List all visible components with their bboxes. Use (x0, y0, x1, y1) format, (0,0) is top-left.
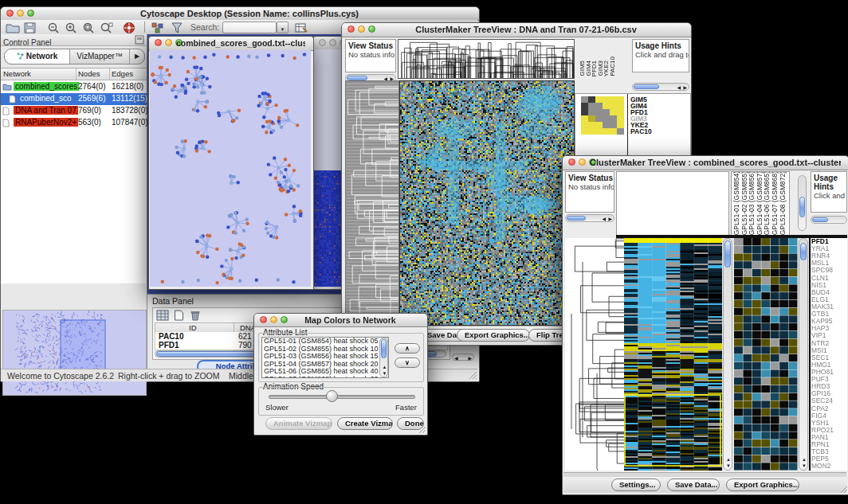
corner-hscrollbar[interactable]: ◀▶ (452, 354, 474, 361)
zoom-selected-icon[interactable] (82, 21, 96, 34)
labels-vscrollbar[interactable] (798, 175, 807, 231)
close-icon[interactable] (260, 316, 267, 323)
scroll-up-icon[interactable]: ▲ (383, 365, 387, 369)
new-attribute-icon[interactable] (174, 310, 184, 321)
row-dendrogram-canvas[interactable] (345, 80, 399, 326)
dialog-titlebar[interactable]: Map Colors to Network (254, 314, 427, 327)
minimize-icon[interactable] (165, 39, 172, 46)
close-icon[interactable] (155, 39, 162, 46)
column-dendrogram-canvas[interactable] (398, 39, 575, 79)
resize-grip-icon[interactable] (469, 371, 477, 380)
zoom-fit-icon[interactable] (100, 21, 114, 34)
close-icon[interactable] (6, 10, 14, 17)
help-lifesaver-icon[interactable] (122, 21, 136, 34)
minimize-icon[interactable] (270, 316, 277, 323)
heatmap-zoom-canvas[interactable] (734, 238, 798, 471)
minimize-icon[interactable] (329, 39, 336, 46)
attribute-list[interactable]: GPL51-01 (GSM854) heat shock 05 minGPL51… (261, 337, 389, 378)
close-icon[interactable] (568, 158, 575, 166)
zoom-matrix-canvas[interactable] (581, 96, 624, 135)
scroll-right-icon[interactable]: ▶ (608, 217, 612, 221)
scroll-down-icon[interactable]: ▼ (383, 371, 387, 376)
move-up-button[interactable]: ∧ (395, 343, 420, 354)
network-canvas[interactable] (150, 50, 311, 287)
close-icon[interactable] (319, 39, 326, 46)
scroll-left-icon[interactable]: ◀ (454, 356, 458, 361)
network-row-dna-tran[interactable]: DNA and Tran 07 769(0) 183728(0) (1, 105, 147, 117)
column-label[interactable]: GPL51-08 (GSM872) (779, 171, 787, 235)
data-row-id[interactable]: PFD1 (159, 341, 179, 350)
speed-slider-thumb[interactable] (326, 390, 338, 402)
network-view-titlebar[interactable]: combined_scores_good.txt--cluste... (149, 37, 313, 51)
heatmap-global-canvas[interactable] (399, 80, 575, 326)
close-icon[interactable] (347, 25, 355, 33)
main-titlebar[interactable]: Cytoscape Desktop (Session Name: collins… (1, 7, 479, 21)
scroll-right-icon[interactable]: ▶ (683, 85, 687, 90)
background-network-window[interactable] (312, 36, 344, 290)
table-edit-icon[interactable] (294, 21, 308, 34)
attribute-grid-icon[interactable] (156, 310, 169, 321)
zoom-out-icon[interactable] (47, 21, 61, 34)
col-nodes[interactable]: Nodes (78, 69, 100, 78)
zoom-in-icon[interactable] (65, 21, 79, 34)
speed-slider-track[interactable] (269, 395, 415, 399)
export-graphics-button[interactable]: Export Graphics... (457, 329, 530, 342)
network-row-combined-scores[interactable]: combined_scores 2764(0) 16218(0) (1, 81, 147, 93)
scroll-down-icon[interactable]: ▼ (802, 463, 807, 468)
resize-grip-icon[interactable] (840, 486, 848, 494)
gene-label[interactable]: PAC10 (630, 128, 688, 135)
data-col-id[interactable]: ID (189, 323, 197, 332)
delete-attribute-icon[interactable] (190, 310, 201, 321)
settings-button[interactable]: Settings... (611, 479, 661, 491)
dense-network-canvas[interactable] (314, 170, 342, 287)
usage-hints-scrollbar[interactable] (811, 216, 847, 224)
minimize-icon[interactable] (17, 10, 24, 17)
open-session-icon[interactable] (6, 21, 20, 34)
create-vizmap-button[interactable]: Create Vizmap (337, 417, 393, 430)
network-overview-canvas[interactable] (2, 310, 147, 396)
network-row-selected[interactable]: combined_sco 2569(6) 13112(15) (1, 93, 147, 105)
col-edges[interactable]: Edges (112, 69, 133, 78)
scroll-left-icon[interactable]: ◀ (602, 217, 606, 221)
attribute-list-scrollbar[interactable]: ▲ ▼ (379, 338, 388, 377)
animate-vizmap-button[interactable]: Animate Vizmap (265, 417, 332, 430)
tab-network[interactable]: Network (5, 49, 70, 64)
minimize-icon[interactable] (579, 158, 586, 166)
scroll-up-icon[interactable]: ▲ (726, 457, 731, 462)
attribute-item[interactable]: GPL51-07 (GSM868) heat shock 60 min (264, 376, 388, 379)
column-label[interactable]: GPL51-06 (GSM865) (764, 171, 771, 235)
column-label[interactable]: GPL51-07 (GSM868) (771, 171, 779, 235)
resize-grip-icon[interactable] (418, 426, 426, 434)
minimize-icon[interactable] (358, 25, 365, 33)
data-row-id[interactable]: PAC10 (159, 332, 184, 341)
heatmap-global-canvas[interactable] (624, 238, 722, 471)
column-dendrogram-area[interactable] (616, 171, 729, 236)
scroll-right-icon[interactable]: ▶ (468, 356, 472, 361)
col-network[interactable]: Network (3, 69, 31, 78)
treeview2-titlebar[interactable]: ClusterMaker TreeView : combined_scores_… (563, 156, 848, 170)
export-graphics-button[interactable]: Export Graphics... (726, 479, 799, 491)
tab-vizmapper[interactable]: VizMapper™ (70, 49, 130, 64)
view-status-scrollbar[interactable]: ◀ ▶ (565, 214, 614, 222)
scroll-left-icon[interactable]: ◀ (677, 85, 681, 90)
network-row-rnapuber[interactable]: RNAPuberNov2+ 563(0) 107847(0) (1, 117, 147, 129)
filter-icon[interactable] (170, 21, 184, 34)
treeview1-titlebar[interactable]: ClusterMaker TreeView : DNA and Tran 07-… (342, 23, 691, 37)
search-dropdown-button[interactable]: ▼ (277, 21, 289, 33)
usage-hints-scrollbar[interactable]: ◀ ▶ (632, 83, 689, 91)
column-label[interactable]: GPL51-01 (GSM854) (733, 171, 740, 235)
zoom-vscrollbar[interactable]: ▲ ▼ (799, 238, 808, 471)
search-input[interactable] (222, 21, 277, 33)
float-panel-icon[interactable] (135, 35, 144, 45)
column-label[interactable]: GPL51-03 (GSM856) (748, 171, 756, 235)
column-label[interactable]: GPL51-02 (GSM855) (741, 171, 748, 235)
sliver-titlebar[interactable] (313, 37, 344, 50)
data-row-value[interactable]: 621 (238, 332, 252, 341)
save-data-button[interactable]: Save Data... (667, 479, 720, 491)
tabs-overflow-button[interactable]: ▶ (130, 49, 144, 64)
save-session-icon[interactable] (23, 21, 37, 34)
data-row-value[interactable]: 790 (238, 341, 252, 350)
row-dendrogram-canvas[interactable] (565, 238, 624, 471)
move-down-button[interactable]: ∨ (395, 357, 420, 368)
column-label[interactable]: PAC10 (610, 57, 616, 76)
